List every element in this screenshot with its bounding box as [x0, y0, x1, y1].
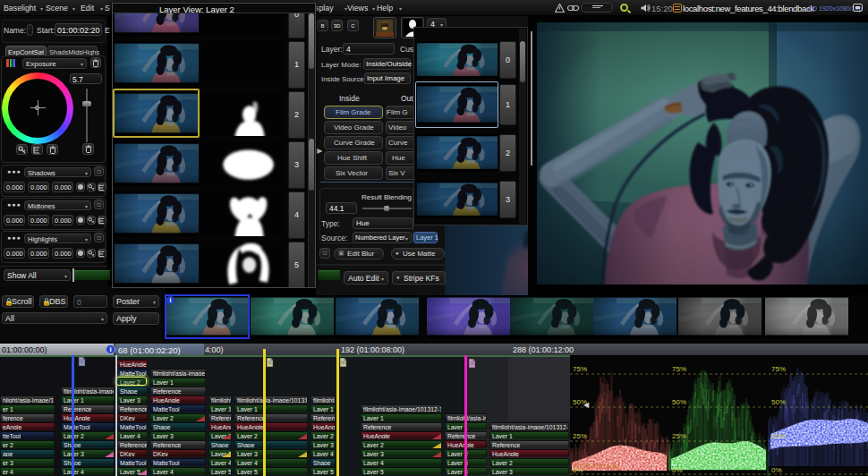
- svg-text:25%: 25%: [672, 432, 686, 440]
- svg-text:75%: 75%: [771, 365, 786, 373]
- svg-text:25%: 25%: [771, 432, 786, 440]
- svg-text:RGB Parade: RGB Parade: [574, 462, 619, 471]
- svg-text:50%: 50%: [672, 398, 686, 406]
- svg-text:25%: 25%: [573, 432, 587, 440]
- svg-text:75%: 75%: [573, 365, 587, 373]
- svg-text:50%: 50%: [771, 398, 786, 406]
- svg-text:0%: 0%: [771, 466, 782, 474]
- svg-text:75%: 75%: [672, 365, 686, 373]
- svg-text:0%: 0%: [672, 466, 683, 474]
